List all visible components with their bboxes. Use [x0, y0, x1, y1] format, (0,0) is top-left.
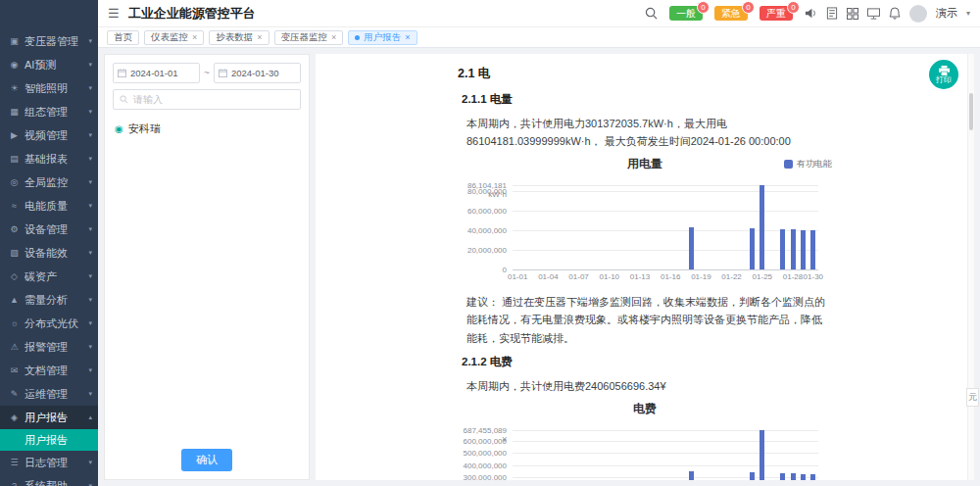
tab-meter-reading[interactable]: 抄表数据×	[209, 30, 269, 45]
sidebar-item-scada-config[interactable]: ▦组态管理▾	[0, 100, 98, 123]
alarm-badge-urgent[interactable]: 紧急0	[714, 6, 748, 21]
legend-label: 有功电能	[797, 158, 832, 170]
tab-close-icon[interactable]: ×	[257, 32, 262, 42]
chevron-icon: ▴	[88, 413, 92, 421]
gridline	[513, 430, 818, 431]
sidebar-item-label: 全局监控	[24, 175, 86, 190]
sidebar-item-user-report[interactable]: ◈用户报告▴	[0, 406, 98, 429]
tab-close-icon[interactable]: ×	[405, 32, 410, 42]
section-heading-electricity: 2.1 电	[458, 66, 832, 82]
basic-reports-icon: ▤	[8, 154, 21, 164]
gridline	[513, 230, 818, 231]
section-heading-energy: 2.1.1 电量	[458, 92, 832, 107]
sidebar-item-device-efficiency[interactable]: ▧设备能效▾	[0, 241, 98, 265]
doc-mgmt-icon: ✉	[8, 365, 21, 375]
sidebar-item-log-mgmt[interactable]: ☰日志管理▾	[0, 451, 98, 474]
ops-mgmt-icon: ✎	[8, 389, 21, 399]
sidebar-item-power-quality[interactable]: ≈电能质量▾	[0, 194, 98, 218]
power-quality-icon: ≈	[8, 201, 21, 211]
tree-node-acrel[interactable]: ◉ 安科瑞	[105, 116, 309, 142]
tab-close-icon[interactable]: ×	[331, 32, 336, 42]
confirm-button[interactable]: 确认	[181, 449, 232, 471]
scada-config-icon: ▦	[8, 107, 21, 117]
gridline	[513, 185, 818, 186]
sidebar-subitem-user-report-sub[interactable]: 用户报告	[0, 429, 98, 451]
tab-user-report[interactable]: 用户报告×	[348, 30, 416, 45]
sidebar-item-ai-forecast[interactable]: ◉AI预测▾	[0, 53, 98, 76]
app-title: 工业企业能源管控平台	[128, 5, 256, 23]
sidebar-item-label: 视频管理	[24, 128, 86, 143]
sidebar-item-global-monitor[interactable]: ◎全局监控▾	[0, 170, 98, 194]
chevron-icon: ▾	[88, 225, 92, 233]
sidebar-item-carbon-assets[interactable]: ◇碳资产▾	[0, 265, 98, 288]
printer-icon	[939, 66, 950, 75]
sidebar-item-label: 需量分析	[24, 293, 86, 308]
sidebar-item-smart-lighting[interactable]: ☀智能照明▾	[0, 76, 98, 100]
chevron-icon: ▾	[88, 459, 92, 466]
scrollbar-thumb[interactable]	[969, 93, 973, 130]
alarm-badge-critical[interactable]: 严重0	[760, 6, 793, 21]
carbon-assets-icon: ◇	[8, 271, 21, 281]
sidebar-item-label: 电能质量	[24, 199, 86, 214]
date-from-input[interactable]: 2024-01-01	[113, 63, 200, 83]
y-axis-label: 500,000,000	[458, 449, 507, 458]
bar	[780, 229, 785, 269]
sidebar-item-demand-analysis[interactable]: ▲需量分析▾	[0, 288, 98, 312]
sidebar-item-device-mgmt[interactable]: ⚙设备管理▾	[0, 218, 98, 241]
sidebar-item-label: 设备能效	[24, 246, 86, 261]
date-separator: ~	[204, 68, 210, 78]
search-icon[interactable]	[645, 7, 658, 20]
scrollbar-track[interactable]	[967, 54, 974, 480]
bar	[801, 474, 806, 480]
y-axis-label: 86,104,181 kW·h	[458, 181, 507, 199]
x-axis-line	[513, 269, 818, 270]
avatar[interactable]	[909, 5, 927, 23]
chevron-icon: ▾	[88, 108, 92, 116]
gridline	[513, 211, 818, 212]
menu-collapse-icon[interactable]: ☰	[108, 6, 120, 21]
sidebar-item-label: 变压器管理	[24, 34, 86, 49]
active-tab-dot	[355, 35, 360, 40]
sidebar-item-transformer-mgmt[interactable]: ▣变压器管理▾	[0, 29, 98, 53]
chevron-icon: ▾	[88, 202, 92, 210]
alarm-badge-label: 严重	[766, 7, 786, 21]
sidebar-subitem-label: 用户报告	[24, 433, 68, 448]
print-button[interactable]: 打印	[929, 60, 958, 89]
date-to-value: 2024-01-30	[231, 68, 279, 78]
grid-icon[interactable]	[847, 8, 858, 20]
bell-icon[interactable]	[889, 7, 901, 20]
search-input[interactable]: 请输入	[113, 89, 301, 110]
document-icon[interactable]	[826, 7, 838, 20]
chart-legend[interactable]: 有功电能	[784, 158, 832, 170]
global-monitor-icon: ◎	[8, 177, 21, 187]
bar	[791, 229, 796, 269]
tab-home[interactable]: 首页	[107, 30, 139, 45]
date-to-input[interactable]: 2024-01-30	[214, 63, 301, 83]
sidebar-item-label: 智能照明	[24, 81, 86, 96]
chart-title: 电费	[458, 401, 832, 417]
sidebar-item-alarm-mgmt[interactable]: ⚠报警管理▾	[0, 335, 98, 359]
screen-icon[interactable]	[867, 8, 880, 20]
bar	[760, 185, 764, 269]
sidebar-item-basic-reports[interactable]: ▤基础报表▾	[0, 147, 98, 170]
sidebar-item-doc-mgmt[interactable]: ✉文档管理▾	[0, 359, 98, 382]
chevron-down-icon: ▾	[966, 9, 970, 18]
tab-close-icon[interactable]: ×	[192, 32, 197, 42]
y-axis-label: 400,000,000	[458, 462, 507, 470]
tab-bar: 首页仪表监控×抄表数据×变压器监控×用户报告×	[98, 27, 980, 48]
tab-meter-monitor[interactable]: 仪表监控×	[144, 30, 204, 45]
sidebar-item-distributed-pv[interactable]: ☼分布式光伏▾	[0, 312, 98, 335]
filter-panel: 2024-01-01 ~ 2024-01-30 请输入 ◉ 安科瑞 确认	[104, 54, 310, 480]
search-placeholder: 请输入	[133, 93, 163, 107]
volume-icon[interactable]	[805, 7, 817, 20]
sidebar-item-video-mgmt[interactable]: ▶视频管理▾	[0, 123, 98, 147]
alarm-badge-normal[interactable]: 一般0	[669, 6, 703, 21]
sidebar-item-system-help[interactable]: ?系统帮助▾	[0, 474, 98, 486]
floating-tag[interactable]: 元	[966, 388, 979, 407]
user-report-icon: ◈	[8, 413, 21, 422]
user-name[interactable]: 演示	[936, 6, 957, 21]
tab-transformer-monitor[interactable]: 变压器监控×	[274, 30, 344, 45]
chevron-icon: ▾	[88, 366, 92, 374]
sidebar-item-ops-mgmt[interactable]: ✎运维管理▾	[0, 382, 98, 406]
chevron-icon: ▾	[88, 131, 92, 139]
